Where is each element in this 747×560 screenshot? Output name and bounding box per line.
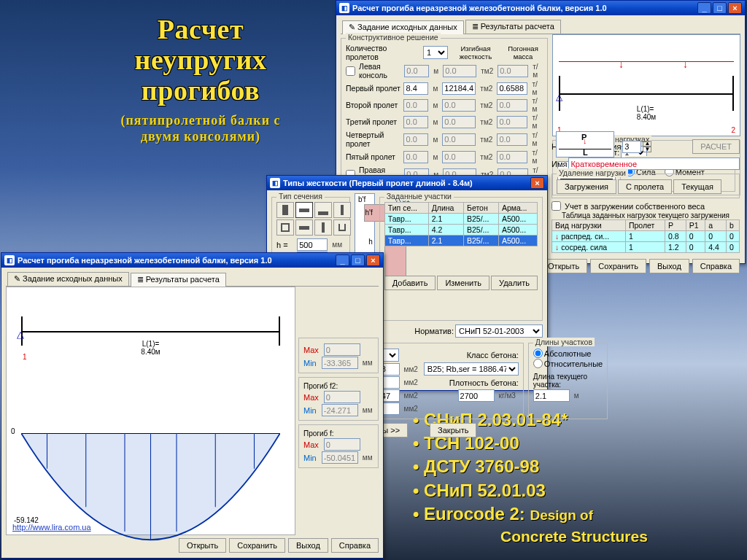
m-min-input bbox=[322, 357, 358, 369]
load-table[interactable]: Вид нагрузкиПролетPP1ab ↓ распред. си...… bbox=[551, 219, 740, 253]
window-title: Типы жесткости (Первый пролет длиной - 8… bbox=[283, 179, 473, 187]
titlebar[interactable]: ◧ Типы жесткости (Первый пролет длиной -… bbox=[267, 176, 547, 190]
tab-results[interactable]: ≣ Результаты расчета bbox=[131, 273, 226, 287]
group-segment-lengths: Длины участков Абсолютные Относительные … bbox=[528, 343, 608, 419]
span-stiffness-input[interactable] bbox=[442, 151, 476, 163]
span-stiffness-input[interactable] bbox=[442, 99, 476, 112]
website-link[interactable]: http://www.lira.com.ua bbox=[12, 523, 91, 532]
radio-relative[interactable] bbox=[533, 359, 543, 368]
minimize-button[interactable]: _ bbox=[336, 254, 349, 266]
f-min-input bbox=[322, 451, 358, 464]
f2-min-input bbox=[322, 404, 358, 416]
dim-h-input[interactable] bbox=[297, 238, 328, 251]
span-mass-input[interactable] bbox=[497, 151, 527, 163]
span-stiffness-input[interactable] bbox=[443, 65, 476, 77]
col-mass: Погонная масса bbox=[503, 44, 543, 61]
console-checkbox[interactable] bbox=[346, 66, 355, 76]
save-button[interactable]: Сохранить bbox=[590, 259, 646, 273]
group-label: Удаление нагрузки bbox=[557, 168, 628, 177]
label-deflection2: Прогиб f: bbox=[303, 429, 374, 438]
span-mass-input[interactable] bbox=[497, 99, 527, 112]
section-tee-up-icon[interactable] bbox=[314, 202, 332, 218]
group-label: Заданные участки bbox=[384, 192, 454, 201]
section-i2-icon[interactable] bbox=[314, 219, 332, 236]
m-max-input bbox=[324, 343, 360, 356]
selfweight-checkbox[interactable] bbox=[551, 201, 561, 211]
btn-close[interactable]: Закрыть bbox=[430, 423, 476, 438]
span-mass-input[interactable] bbox=[497, 116, 527, 128]
tab-results[interactable]: ≣ Результаты расчета bbox=[465, 20, 561, 34]
group-construction: Конструктивное решение Количество пролет… bbox=[341, 38, 548, 187]
span-length-input[interactable] bbox=[403, 151, 428, 163]
span-mass-input[interactable] bbox=[497, 133, 527, 146]
exit-button[interactable]: Выход bbox=[649, 259, 689, 273]
span-mass-input[interactable] bbox=[497, 82, 527, 95]
btn-from-span[interactable]: С пролета bbox=[618, 179, 672, 194]
label-density: Плотность бетона: bbox=[449, 378, 519, 387]
code-select[interactable]: СНиП 52-01-2003 bbox=[455, 324, 543, 338]
table-row: Тавр...4.2B25/...A500... bbox=[384, 225, 537, 236]
span-stiffness-input[interactable] bbox=[442, 116, 476, 128]
page-heading: Расчетнеупругихпрогибов (пятипролетной б… bbox=[66, 15, 336, 145]
btn-delete[interactable]: Удалить bbox=[491, 276, 538, 290]
app-icon: ◧ bbox=[4, 255, 15, 265]
loadcase-num-input[interactable] bbox=[622, 141, 641, 153]
tab-input[interactable]: ✎ Задание исходных данных bbox=[7, 272, 129, 286]
density-input[interactable] bbox=[458, 389, 495, 402]
span-length-input[interactable] bbox=[403, 133, 428, 146]
span-label: Третий пролет bbox=[346, 117, 402, 126]
window-title: Расчет прогиба неразрезной железобетонно… bbox=[18, 256, 272, 265]
label-current-segment: Длина текущего участка: bbox=[533, 373, 603, 389]
window-title: Расчет прогиба неразрезной железобетонно… bbox=[352, 4, 607, 12]
label-absolute: Абсолютные bbox=[544, 349, 592, 358]
section-ibeam-icon[interactable] bbox=[333, 202, 351, 218]
span-length-input[interactable] bbox=[404, 65, 429, 77]
span-label: Первый пролет bbox=[346, 84, 402, 93]
exit-button[interactable]: Выход bbox=[288, 538, 328, 553]
spinner-down[interactable]: ▼ bbox=[643, 147, 651, 152]
table-row: Тавр...2.1B25/...A500... bbox=[384, 236, 537, 246]
help-button[interactable]: Справка bbox=[331, 538, 379, 553]
section-box-icon[interactable] bbox=[276, 219, 294, 236]
span-label: Второй пролет bbox=[346, 101, 402, 109]
help-button[interactable]: Справка bbox=[692, 259, 740, 273]
titlebar[interactable]: ◧ Расчет прогиба неразрезной железобетон… bbox=[336, 1, 745, 15]
span-length-input[interactable] bbox=[403, 99, 428, 112]
maximize-button[interactable]: □ bbox=[351, 254, 365, 266]
radio-absolute[interactable] bbox=[533, 349, 543, 358]
span-count-select[interactable]: 1 bbox=[423, 46, 448, 59]
f2-max-input bbox=[324, 391, 360, 403]
span-length-input[interactable] bbox=[403, 116, 428, 128]
titlebar[interactable]: ◧ Расчет прогиба неразрезной железобетон… bbox=[1, 253, 383, 268]
tabs: ✎ Задание исходных данных ≣ Результаты р… bbox=[341, 18, 740, 34]
span-stiffness-input[interactable] bbox=[442, 133, 476, 146]
btn-add[interactable]: Добавить bbox=[384, 276, 436, 290]
label-code: Норматив: bbox=[414, 327, 454, 335]
section-tee-down-icon[interactable] bbox=[295, 202, 313, 218]
section-tee2-icon[interactable] bbox=[295, 219, 313, 236]
close-button[interactable]: × bbox=[530, 177, 544, 189]
segments-table[interactable]: Тип се...ДлинаБетонАрма... Тавр...2.1B25… bbox=[384, 202, 538, 246]
scheme-PL: P ↓ L bbox=[556, 131, 614, 158]
btn-loadcases[interactable]: Загружения bbox=[557, 179, 616, 194]
span-stiffness-input[interactable] bbox=[442, 82, 476, 95]
close-button[interactable]: × bbox=[728, 2, 742, 14]
section-rectangle-icon[interactable] bbox=[276, 202, 294, 218]
table-row: ↓ сосред. сила11.204.40 bbox=[552, 242, 740, 253]
current-segment-input[interactable] bbox=[533, 389, 570, 402]
span-label: Левая консоль bbox=[359, 62, 403, 79]
label-name: Имя bbox=[551, 160, 567, 168]
span-mass-input[interactable] bbox=[498, 65, 528, 77]
btn-current[interactable]: Текущая bbox=[673, 179, 721, 194]
concrete-class-select[interactable]: B25; Rb,ser = 1886.47т/... bbox=[424, 362, 519, 376]
minimize-button[interactable]: _ bbox=[697, 2, 711, 14]
table-row: Тавр...2.1B25/...A500... bbox=[384, 214, 537, 225]
close-button[interactable]: × bbox=[366, 254, 380, 266]
label-deflection: Прогиб f2: bbox=[303, 382, 374, 390]
span-length-input[interactable] bbox=[403, 82, 428, 95]
calc-button[interactable]: РАСЧЕТ bbox=[692, 139, 740, 154]
section-u-icon[interactable] bbox=[333, 219, 351, 236]
results-window: ◧ Расчет прогиба неразрезной железобетон… bbox=[1, 252, 384, 559]
maximize-button[interactable]: □ bbox=[713, 2, 727, 14]
btn-edit[interactable]: Изменить bbox=[437, 276, 489, 290]
